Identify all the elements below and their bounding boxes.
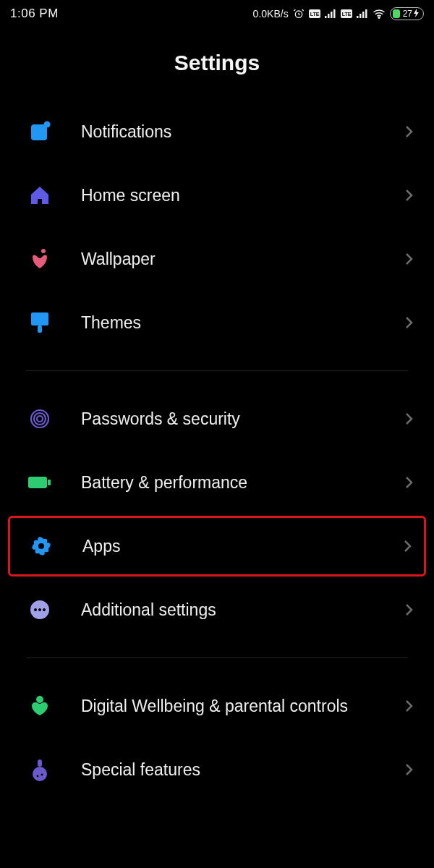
svg-rect-18 bbox=[38, 326, 42, 333]
chevron-right-icon bbox=[401, 475, 417, 490]
svg-point-28 bbox=[43, 608, 46, 611]
settings-item-label: Wallpaper bbox=[81, 249, 401, 270]
settings-item-label: Apps bbox=[82, 536, 399, 557]
settings-item-special-features[interactable]: Special features bbox=[9, 738, 425, 801]
battery-fill-icon bbox=[393, 9, 400, 18]
wallpaper-icon bbox=[27, 247, 52, 271]
settings-item-home-screen[interactable]: Home screen bbox=[9, 163, 425, 227]
svg-rect-22 bbox=[28, 477, 47, 488]
signal-icon-2 bbox=[357, 9, 368, 18]
svg-point-26 bbox=[34, 608, 37, 611]
battery-icon bbox=[27, 470, 52, 495]
settings-item-label: Additional settings bbox=[81, 600, 401, 621]
svg-rect-11 bbox=[362, 12, 365, 18]
svg-point-32 bbox=[37, 775, 39, 778]
chevron-right-icon bbox=[401, 124, 417, 139]
settings-item-label: Home screen bbox=[81, 185, 401, 206]
chevron-right-icon bbox=[401, 762, 417, 777]
status-netspeed: 0.0KB/s bbox=[253, 8, 289, 20]
svg-point-30 bbox=[33, 767, 47, 781]
settings-item-digital-wellbeing[interactable]: Digital Wellbeing & parental controls bbox=[9, 674, 425, 738]
settings-item-notifications[interactable]: Notifications bbox=[9, 100, 425, 163]
notifications-icon bbox=[27, 119, 52, 144]
volte-icon-1: LTE bbox=[309, 9, 320, 18]
settings-item-battery-performance[interactable]: Battery & performance bbox=[9, 451, 425, 514]
settings-item-themes[interactable]: Themes bbox=[9, 291, 425, 354]
svg-rect-14 bbox=[31, 124, 47, 140]
svg-point-21 bbox=[37, 416, 43, 422]
section-divider bbox=[26, 658, 408, 658]
settings-item-label: Passwords & security bbox=[81, 409, 401, 430]
apps-gear-icon bbox=[29, 534, 54, 558]
chevron-right-icon bbox=[401, 603, 417, 617]
themes-icon bbox=[27, 310, 52, 335]
svg-point-13 bbox=[378, 17, 380, 18]
svg-point-27 bbox=[38, 608, 41, 611]
svg-rect-31 bbox=[38, 760, 42, 767]
svg-point-24 bbox=[38, 543, 44, 549]
settings-item-label: Battery & performance bbox=[81, 472, 401, 493]
svg-point-15 bbox=[44, 122, 51, 128]
chevron-right-icon bbox=[399, 539, 415, 553]
svg-point-33 bbox=[41, 774, 43, 776]
chevron-right-icon bbox=[401, 699, 417, 713]
special-features-icon bbox=[27, 757, 52, 782]
battery-percent: 27 bbox=[403, 9, 412, 19]
alarm-icon bbox=[293, 8, 305, 20]
settings-item-label: Themes bbox=[81, 312, 401, 333]
settings-item-passwords-security[interactable]: Passwords & security bbox=[9, 387, 425, 451]
fingerprint-icon bbox=[27, 407, 52, 431]
svg-text:LTE: LTE bbox=[341, 12, 351, 17]
volte-icon-2: LTE bbox=[341, 9, 352, 18]
section-divider bbox=[26, 370, 408, 371]
more-icon bbox=[27, 597, 52, 622]
svg-rect-12 bbox=[365, 9, 367, 18]
chevron-right-icon bbox=[401, 188, 417, 203]
home-icon bbox=[27, 183, 52, 208]
svg-rect-6 bbox=[333, 9, 336, 18]
settings-item-label: Notifications bbox=[81, 122, 401, 142]
status-time: 1:06 PM bbox=[10, 7, 59, 21]
charging-icon bbox=[414, 9, 420, 17]
status-bar: 1:06 PM 0.0KB/s LTE LTE 27 bbox=[0, 0, 434, 26]
svg-point-16 bbox=[41, 249, 46, 253]
svg-rect-5 bbox=[331, 12, 333, 18]
battery-indicator: 27 bbox=[390, 7, 424, 20]
settings-item-label: Digital Wellbeing & parental controls bbox=[81, 696, 401, 717]
svg-rect-3 bbox=[325, 16, 327, 18]
page-title: Settings bbox=[0, 51, 434, 75]
settings-item-wallpaper[interactable]: Wallpaper bbox=[9, 227, 425, 291]
svg-rect-23 bbox=[48, 480, 51, 485]
chevron-right-icon bbox=[401, 412, 417, 426]
svg-rect-9 bbox=[357, 16, 359, 18]
wifi-icon bbox=[373, 9, 386, 19]
status-right: 0.0KB/s LTE LTE 27 bbox=[253, 7, 424, 20]
svg-point-20 bbox=[34, 413, 46, 425]
signal-icon-1 bbox=[325, 9, 336, 18]
settings-item-apps[interactable]: Apps bbox=[8, 516, 426, 576]
settings-list: Notifications Home screen Wallpaper bbox=[0, 100, 434, 801]
svg-point-29 bbox=[36, 696, 43, 703]
svg-rect-17 bbox=[31, 312, 48, 326]
wellbeing-icon bbox=[27, 694, 52, 718]
chevron-right-icon bbox=[401, 315, 417, 330]
svg-rect-10 bbox=[359, 14, 362, 18]
settings-item-additional-settings[interactable]: Additional settings bbox=[9, 578, 425, 642]
svg-text:LTE: LTE bbox=[310, 12, 319, 17]
chevron-right-icon bbox=[401, 252, 417, 266]
settings-item-label: Special features bbox=[81, 760, 401, 780]
svg-rect-4 bbox=[328, 14, 330, 18]
